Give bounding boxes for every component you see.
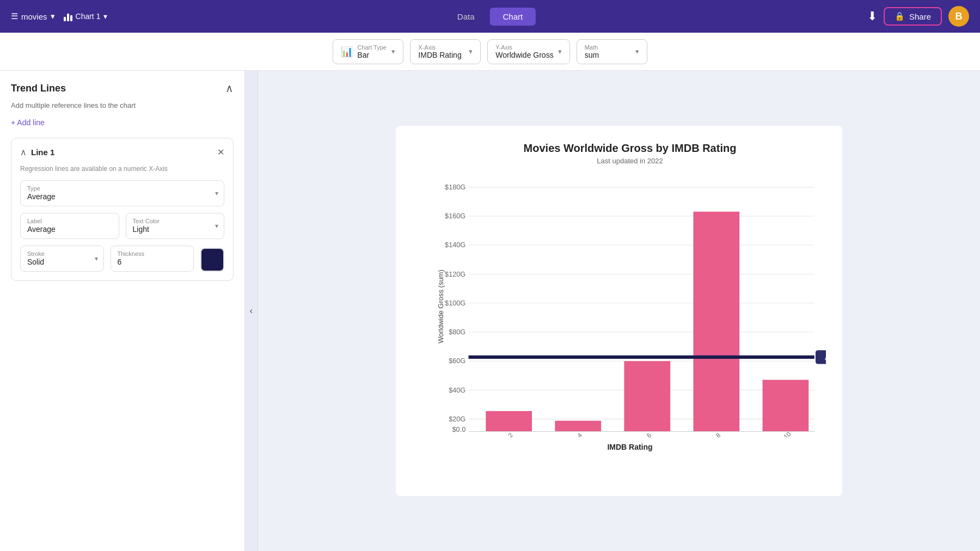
chart-tab[interactable]: Chart — [490, 8, 536, 26]
collapse-button[interactable]: ∧ — [225, 82, 234, 95]
line1-title-row: ∧ Line 1 — [20, 147, 54, 157]
type-field-row: Type Average ▾ — [20, 180, 224, 206]
chart-container: Movies Worldwide Gross by IMDB Rating La… — [396, 126, 842, 496]
avatar: B — [948, 6, 969, 27]
stroke-chevron-icon: ▾ — [95, 255, 98, 262]
add-line-button[interactable]: + Add line — [11, 118, 45, 127]
x-axis-label: X-Axis — [418, 44, 461, 51]
top-nav: ☰ movies ▾ Chart 1 ▾ Data Chart ⬇ 🔒 Shar… — [0, 0, 980, 33]
svg-text:$0.0: $0.0 — [452, 426, 466, 433]
math-value: sum — [585, 51, 599, 59]
y-axis-value: Worldwide Gross — [495, 51, 553, 59]
movies-icon: ☰ — [11, 11, 18, 21]
label-textcolor-row: Label Average Text Color Light ▾ — [20, 213, 224, 239]
text-color-select-wrapper[interactable]: Text Color Light ▾ — [126, 213, 225, 239]
sidebar-title-row: Trend Lines ∧ — [11, 82, 234, 95]
sidebar-description: Add multiple reference lines to the char… — [11, 101, 234, 109]
bar-8-10 — [763, 380, 809, 432]
svg-text:$140G: $140G — [445, 242, 465, 249]
chart-title: Movies Worldwide Gross by IMDB Rating — [434, 142, 826, 155]
x-axis-value: IMDB Rating — [418, 51, 461, 59]
chart-type-button[interactable]: 📊 Chart Type Bar ▾ — [333, 39, 403, 64]
bar-2-4 — [555, 421, 601, 432]
svg-text:$40G: $40G — [449, 387, 465, 394]
math-label: Math — [585, 44, 599, 51]
main-layout: Trend Lines ∧ Add multiple reference lin… — [0, 71, 980, 551]
movies-label: movies — [21, 12, 47, 21]
x-axis-label: IMDB Rating — [434, 443, 826, 451]
bar-4-6 — [624, 361, 670, 431]
text-color-value: Light — [133, 225, 149, 234]
svg-text:$180G: $180G — [445, 183, 465, 191]
label-input-wrapper[interactable]: Label Average — [20, 213, 119, 239]
chart-type-value: Bar — [357, 51, 387, 59]
bar-chart-toolbar-icon: 📊 — [341, 46, 353, 58]
thickness-value: 6 — [118, 258, 122, 266]
stroke-select-wrapper[interactable]: Stroke Solid ▾ — [20, 246, 104, 272]
x-axis-chevron-icon: ▾ — [469, 47, 473, 56]
data-tab[interactable]: Data — [444, 8, 488, 26]
chart-type-chevron-icon: ▾ — [391, 47, 395, 56]
stroke-thickness-row: Stroke Solid ▾ Thickness 6 — [20, 246, 224, 272]
bar-6-8 — [693, 212, 739, 432]
download-icon: ⬇ — [867, 9, 877, 23]
average-label-text: Average — [825, 353, 826, 362]
color-swatch[interactable] — [200, 248, 224, 272]
type-select-wrapper[interactable]: Type Average ▾ — [20, 180, 224, 206]
svg-text:2 - 4: 2 - 4 — [569, 432, 583, 437]
line1-actions: ✕ — [217, 147, 224, 157]
type-chevron-icon: ▾ — [215, 189, 218, 197]
svg-text:0 - 2: 0 - 2 — [500, 432, 514, 437]
sidebar: Trend Lines ∧ Add multiple reference lin… — [0, 71, 245, 551]
label-value: Average — [27, 225, 56, 234]
chart-area: Movies Worldwide Gross by IMDB Rating La… — [258, 71, 980, 551]
chart1-chevron-icon: ▾ — [103, 12, 107, 21]
label-field-label: Label — [27, 218, 112, 224]
line1-delete-button[interactable]: ✕ — [217, 147, 224, 157]
regression-note: Regression lines are available on a nume… — [20, 165, 224, 173]
thickness-input-wrapper[interactable]: Thickness 6 — [111, 246, 194, 272]
y-axis-label: Worldwide Gross (sum) — [437, 270, 445, 344]
sidebar-toggle-button[interactable]: ‹ — [245, 71, 258, 551]
trend-lines-title: Trend Lines — [11, 83, 66, 94]
text-color-label: Text Color — [133, 218, 218, 224]
nav-right: ⬇ 🔒 Share B — [867, 6, 969, 27]
stroke-value: Solid — [27, 258, 44, 266]
y-axis-label: Y-Axis — [495, 44, 553, 51]
text-color-chevron-icon: ▾ — [215, 222, 218, 230]
math-button[interactable]: Math sum ▾ — [577, 39, 647, 64]
x-axis-button[interactable]: X-Axis IMDB Rating ▾ — [410, 39, 481, 64]
movies-dropdown[interactable]: ☰ movies ▾ — [11, 11, 55, 21]
share-button[interactable]: 🔒 Share — [884, 7, 942, 26]
bar-0-2 — [486, 411, 532, 432]
line1-header: ∧ Line 1 ✕ — [20, 147, 224, 157]
y-axis-chevron-icon: ▾ — [558, 47, 562, 56]
stroke-label: Stroke — [27, 250, 97, 257]
svg-text:$100G: $100G — [445, 299, 465, 307]
svg-text:$120G: $120G — [445, 271, 465, 278]
type-value: Average — [27, 192, 56, 201]
svg-text:$60G: $60G — [449, 357, 465, 365]
movies-chevron-icon: ▾ — [51, 11, 55, 21]
sidebar-toggle-icon: ‹ — [250, 306, 253, 316]
chart-toolbar: 📊 Chart Type Bar ▾ X-Axis IMDB Rating ▾ … — [0, 33, 980, 71]
download-button[interactable]: ⬇ — [867, 9, 877, 23]
chart-type-label: Chart Type — [357, 44, 387, 51]
math-chevron-icon: ▾ — [635, 47, 639, 56]
svg-text:$160G: $160G — [445, 212, 465, 220]
svg-text:$20G: $20G — [449, 415, 465, 423]
line1-collapse-button[interactable]: ∧ — [20, 147, 27, 157]
nav-tabs: Data Chart — [444, 8, 536, 26]
chart-subtitle: Last updated in 2022 — [434, 157, 826, 165]
svg-text:6 - 8: 6 - 8 — [708, 432, 721, 437]
svg-text:$80G: $80G — [449, 328, 465, 336]
y-axis-button[interactable]: Y-Axis Worldwide Gross ▾ — [487, 39, 569, 64]
svg-text:4 - 6: 4 - 6 — [639, 432, 652, 437]
chart1-dropdown[interactable]: Chart 1 ▾ — [64, 11, 108, 21]
bar-chart-icon — [64, 11, 72, 21]
chart-svg: $180G $160G $140G $120G $100G $80G $60G … — [434, 176, 826, 437]
line1-card: ∧ Line 1 ✕ Regression lines are availabl… — [11, 138, 234, 281]
share-label: Share — [909, 12, 931, 21]
chart-inner: Worldwide Gross (sum) $180G $160G — [434, 176, 826, 437]
lock-icon: 🔒 — [895, 11, 905, 21]
